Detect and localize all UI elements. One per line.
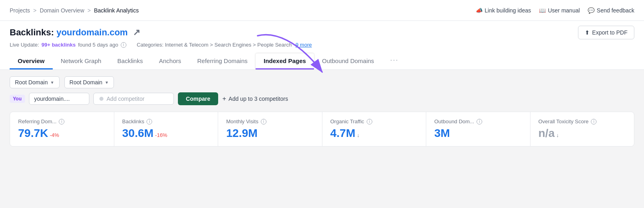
tab-overview[interactable]: Overview bbox=[10, 53, 53, 69]
tab-more[interactable]: ··· bbox=[382, 52, 407, 69]
top-bar: Projects > Domain Overview > Backlink An… bbox=[0, 0, 644, 21]
info-icon-monthly-visits[interactable]: i bbox=[261, 119, 266, 124]
stat-card-monthly-visits: Monthly Visits i 12.9M bbox=[218, 112, 322, 146]
info-icon-outbound[interactable]: i bbox=[477, 119, 482, 124]
stat-label-referring-domains: Referring Dom... i bbox=[18, 118, 106, 124]
megaphone-icon: 📣 bbox=[476, 7, 482, 14]
breadcrumb: Projects > Domain Overview > Backlink An… bbox=[10, 7, 139, 14]
stat-label-monthly-visits: Monthly Visits i bbox=[226, 118, 314, 124]
stat-value-organic-traffic: 4.7M ↓ bbox=[330, 127, 418, 140]
tab-network-graph[interactable]: Network Graph bbox=[53, 53, 109, 69]
page-title-text: Backlinks: yourdomain.com ↗ bbox=[10, 27, 140, 37]
domain-input[interactable]: yourdomain.... bbox=[29, 93, 89, 105]
export-icon: ⬆ bbox=[585, 29, 590, 36]
info-icon-referring[interactable]: i bbox=[59, 119, 64, 124]
filters-row: Root Domain ▼ Root Domain ▼ bbox=[10, 76, 634, 88]
breadcrumb-current: Backlink Analytics bbox=[94, 7, 138, 14]
stat-card-outbound-domains: Outbound Dom... i 3M bbox=[426, 112, 530, 146]
stat-value-toxicity-score: n/a ↓ bbox=[539, 127, 626, 140]
book-icon: 📖 bbox=[539, 7, 545, 14]
stat-card-toxicity-score: Overall Toxicity Score i n/a ↓ bbox=[530, 112, 634, 146]
message-icon: 💬 bbox=[588, 7, 594, 14]
chevron-down-icon-2: ▼ bbox=[105, 80, 109, 85]
info-icon-organic-traffic[interactable]: i bbox=[367, 119, 372, 124]
stat-label-organic-traffic: Organic Traffic i bbox=[330, 118, 418, 124]
add-competitors-link[interactable]: + Add up to 3 competitors bbox=[222, 95, 288, 102]
backlinks-count-link[interactable]: 99+ backlinks bbox=[41, 42, 76, 48]
tab-referring-domains[interactable]: Referring Domains bbox=[189, 53, 256, 69]
tab-indexed-pages[interactable]: Indexed Pages bbox=[256, 53, 314, 69]
tab-anchors[interactable]: Anchors bbox=[151, 53, 189, 69]
stat-card-referring-domains: Referring Dom... i 79.7K -4% bbox=[10, 112, 114, 146]
compare-button[interactable]: Compare bbox=[178, 92, 219, 105]
filter-dropdown-1[interactable]: Root Domain ▼ bbox=[10, 76, 60, 88]
stat-change-organic: ↓ bbox=[357, 132, 360, 138]
you-badge: You bbox=[10, 95, 25, 103]
stat-value-referring-domains: 79.7K -4% bbox=[18, 127, 106, 140]
chevron-down-icon-1: ▼ bbox=[50, 80, 54, 85]
stat-label-toxicity-score: Overall Toxicity Score i bbox=[539, 118, 626, 124]
export-pdf-button[interactable]: ⬆ Export to PDF bbox=[578, 26, 634, 39]
link-building-ideas-link[interactable]: 📣 Link building ideas bbox=[476, 7, 531, 14]
tab-backlinks[interactable]: Backlinks bbox=[109, 53, 151, 69]
page-title: Backlinks: yourdomain.com ↗ bbox=[10, 27, 140, 38]
top-actions: 📣 Link building ideas 📖 User manual 💬 Se… bbox=[476, 7, 634, 14]
add-competitor-input[interactable]: Add competitor bbox=[93, 93, 174, 105]
plus-icon: + bbox=[222, 95, 226, 102]
breadcrumb-sep1: > bbox=[33, 7, 37, 14]
info-icon-backlinks[interactable]: i bbox=[147, 119, 152, 124]
send-feedback-link[interactable]: 💬 Send feedback bbox=[588, 7, 634, 14]
tab-outbound-domains[interactable]: Outbound Domains bbox=[314, 53, 382, 69]
stat-value-monthly-visits: 12.9M bbox=[226, 127, 314, 140]
stat-value-backlinks: 30.6M -16% bbox=[122, 127, 210, 140]
page-title-row: Backlinks: yourdomain.com ↗ ⬆ Export to … bbox=[10, 26, 634, 39]
categories-text: Categories: Internet & Telecom > Search … bbox=[137, 42, 312, 48]
stat-value-outbound-domains: 3M bbox=[434, 127, 522, 140]
stats-row: Referring Dom... i 79.7K -4% Backlinks i… bbox=[10, 112, 634, 147]
competitor-dot-icon bbox=[99, 97, 103, 101]
stat-card-organic-traffic: Organic Traffic i 4.7M ↓ bbox=[322, 112, 426, 146]
user-manual-link[interactable]: 📖 User manual bbox=[539, 7, 580, 14]
subtitle-row: Live Update: 99+ backlinks found 5 days … bbox=[10, 42, 634, 48]
stat-change-toxicity: ↓ bbox=[556, 132, 559, 138]
stat-card-backlinks: Backlinks i 30.6M -16% bbox=[114, 112, 218, 146]
info-icon-subtitle[interactable]: i bbox=[121, 42, 126, 48]
content-area: Root Domain ▼ Root Domain ▼ You yourdoma… bbox=[0, 70, 644, 153]
breadcrumb-projects[interactable]: Projects bbox=[10, 7, 30, 14]
external-link-icon[interactable]: ↗ bbox=[133, 27, 140, 38]
filter-dropdown-2[interactable]: Root Domain ▼ bbox=[64, 76, 114, 88]
nine-more-link[interactable]: 9 more bbox=[295, 42, 312, 48]
breadcrumb-sep2: > bbox=[87, 7, 91, 14]
stat-label-outbound-domains: Outbound Dom... i bbox=[434, 118, 522, 124]
breadcrumb-domain-overview[interactable]: Domain Overview bbox=[40, 7, 84, 14]
stat-change-backlinks: -16% bbox=[155, 132, 167, 138]
stat-change-referring: -4% bbox=[50, 132, 59, 138]
info-icon-toxicity[interactable]: i bbox=[591, 119, 597, 124]
tabs-row: Overview Network Graph Backlinks Anchors… bbox=[10, 52, 634, 69]
stat-label-backlinks: Backlinks i bbox=[122, 118, 210, 124]
header-section: Backlinks: yourdomain.com ↗ ⬆ Export to … bbox=[0, 21, 644, 70]
domain-row: You yourdomain.... Add competitor Compar… bbox=[10, 92, 634, 105]
